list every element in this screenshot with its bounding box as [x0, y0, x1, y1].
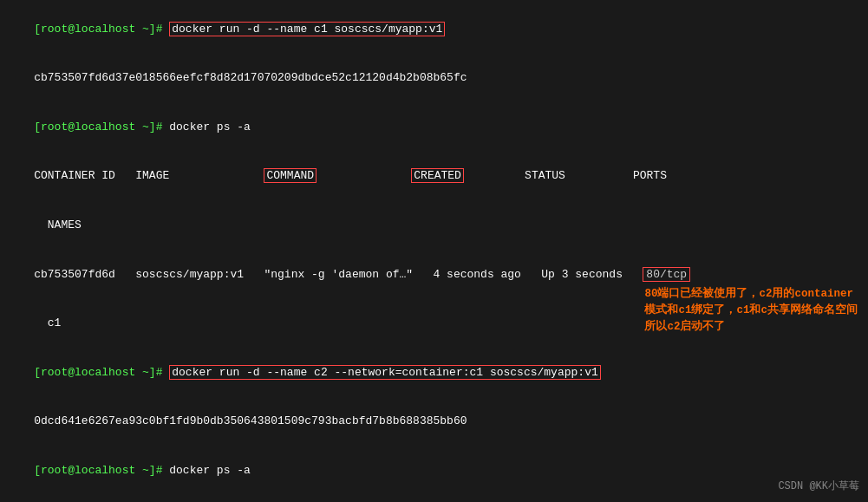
watermark: CSDN @KK小草莓	[778, 479, 859, 493]
cmd-3: docker run -d --name c2 --network=contai…	[169, 365, 600, 380]
names-label-1: NAMES	[34, 218, 82, 231]
terminal-line-10: [root@localhost ~]# docker ps -a	[7, 447, 861, 496]
prompt-3: [root@localhost ~]#	[34, 366, 169, 379]
terminal-line-2: cb753507fd6d37e018566eefcf8d82d17070209d…	[7, 55, 861, 104]
container-id-1: cb753507fd6d37e018566eefcf8d82d17070209d…	[34, 71, 467, 84]
col-status-1: STATUS PORTS	[464, 169, 667, 182]
prompt-1: [root@localhost ~]#	[34, 23, 169, 36]
terminal-line-8: [root@localhost ~]# docker run -d --name…	[7, 349, 861, 398]
container-id-2: 0dcd641e6267ea93c0bf1fd9b0db350643801509…	[34, 414, 467, 427]
annotation-line-1: 80端口已经被使用了，c2用的container	[644, 288, 853, 300]
annotation-line-3: 所以c2启动不了	[644, 321, 725, 333]
table-header-1: CONTAINER ID IMAGE COMMAND CREATED STATU…	[7, 153, 861, 202]
col-created-1: CREATED	[411, 168, 464, 183]
col-container-id-1: CONTAINER ID IMAGE	[34, 169, 264, 182]
cmd-4: docker ps -a	[169, 464, 251, 477]
cmd-1: docker run -d --name c1 soscscs/myapp:v1	[169, 22, 445, 36]
table-header-2: CONTAINER ID IMAGE COMMAND CREATED STATU…	[7, 495, 861, 502]
prompt-2: [root@localhost ~]#	[34, 121, 169, 134]
annotation-box: 80端口已经被使用了，c2用的container 模式和c1绑定了，c1和c共享…	[644, 286, 858, 335]
prompt-4: [root@localhost ~]#	[34, 464, 169, 477]
ports-value-1: 80/tcp	[643, 267, 690, 282]
cmd-2: docker ps -a	[169, 121, 251, 134]
row1-data: cb753507fd6d soscscs/myapp:v1 "nginx -g …	[34, 268, 643, 281]
terminal-line-9: 0dcd641e6267ea93c0bf1fd9b0db350643801509…	[7, 397, 861, 447]
col-command-1: COMMAND	[264, 168, 317, 183]
terminal: [root@localhost ~]# docker run -d --name…	[0, 0, 868, 502]
annotation-line-2: 模式和c1绑定了，c1和c共享网络命名空间	[644, 304, 858, 316]
terminal-line-3: [root@localhost ~]# docker ps -a	[7, 103, 861, 153]
col-rest-1	[317, 169, 411, 182]
terminal-line-1: [root@localhost ~]# docker run -d --name…	[7, 5, 861, 55]
row1-name: c1	[34, 316, 61, 329]
table-subheader-1: NAMES	[7, 201, 861, 251]
